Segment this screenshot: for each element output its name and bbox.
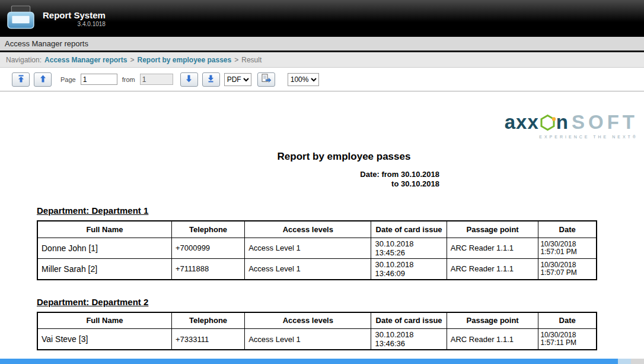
next-page-button[interactable] bbox=[180, 72, 198, 87]
subheader-title: Access Manager reports bbox=[5, 39, 88, 48]
department-heading: Department: Department 2 bbox=[37, 297, 597, 307]
logo-text-n: n bbox=[556, 112, 569, 133]
column-header: Date bbox=[538, 221, 597, 238]
last-page-icon bbox=[207, 75, 215, 84]
column-header: Passage point bbox=[447, 312, 538, 329]
scrollbar-thumb[interactable] bbox=[0, 359, 618, 364]
first-page-button[interactable] bbox=[12, 72, 30, 87]
app-version: 3.4.0.1018 bbox=[78, 21, 106, 27]
column-header: Full Name bbox=[37, 221, 171, 238]
breadcrumb: Navigation: Access Manager reports > Rep… bbox=[0, 52, 644, 68]
report-date-from: Date: from 30.10.2018 bbox=[0, 170, 439, 179]
table-header-row: Full NameTelephoneAccess levelsDate of c… bbox=[37, 221, 597, 238]
table-cell: 30.10.2018 13:45:26 bbox=[371, 238, 447, 258]
table-cell: 10/30/20181:57:11 PM bbox=[538, 329, 597, 350]
table-row: Miller Sarah [2]+7111888Access Level 130… bbox=[37, 258, 597, 280]
zoom-select[interactable]: 100% bbox=[288, 73, 319, 86]
report-page: axx n SOFT EXPERIENCE THE NEXT® Report b… bbox=[0, 112, 644, 350]
department-heading: Department: Department 1 bbox=[37, 205, 597, 216]
table-cell: 30.10.2018 13:46:36 bbox=[371, 329, 447, 350]
first-page-icon bbox=[17, 75, 25, 84]
app-title: Report System bbox=[43, 10, 106, 20]
report-title: Report by employee passes bbox=[0, 151, 644, 163]
table-cell: +7000999 bbox=[171, 238, 244, 258]
scrollbar-corner bbox=[631, 359, 644, 364]
breadcrumb-separator: > bbox=[130, 56, 134, 64]
column-header: Telephone bbox=[171, 312, 244, 329]
table-cell: Donne John [1] bbox=[37, 238, 171, 258]
table-cell: Access Level 1 bbox=[245, 329, 371, 350]
table-cell: +7333111 bbox=[171, 329, 244, 350]
breadcrumb-link-report-by-employee-passes[interactable]: Report by employee passes bbox=[137, 56, 231, 64]
report-viewport: axx n SOFT EXPERIENCE THE NEXT® Report b… bbox=[0, 91, 644, 356]
previous-page-icon bbox=[39, 75, 47, 84]
breadcrumb-separator: > bbox=[234, 56, 238, 64]
table-row: Vai Steve [3]+7333111Access Level 130.10… bbox=[37, 329, 597, 350]
table-cell: Vai Steve [3] bbox=[37, 329, 171, 350]
breadcrumb-label: Navigation: bbox=[6, 56, 42, 64]
table-cell: ARC Reader 1.1.1 bbox=[447, 258, 538, 280]
table-cell: ARC Reader 1.1.1 bbox=[447, 329, 538, 350]
subheader: Access Manager reports bbox=[0, 37, 644, 52]
report-sections: Department: Department 1Full NameTelepho… bbox=[0, 205, 644, 350]
logo-tagline: EXPERIENCE THE NEXT® bbox=[539, 135, 638, 139]
report-table: Full NameTelephoneAccess levelsDate of c… bbox=[37, 220, 597, 280]
page-label: Page bbox=[60, 76, 76, 83]
column-header: Access levels bbox=[245, 312, 371, 329]
column-header: Passage point bbox=[447, 221, 538, 238]
next-page-icon bbox=[185, 75, 193, 84]
breadcrumb-current: Result bbox=[241, 56, 262, 64]
page-number-input[interactable] bbox=[81, 74, 117, 85]
report-toolbar: Page from PDF 100% bbox=[0, 68, 644, 91]
report-date-to: to 30.10.2018 bbox=[0, 179, 439, 189]
report-section: Department: Department 1Full NameTelepho… bbox=[37, 205, 597, 280]
table-row: Donne John [1]+7000999Access Level 130.1… bbox=[37, 238, 597, 258]
app-title-block: Report System 3.4.0.1018 bbox=[43, 10, 106, 27]
column-header: Date of card issue bbox=[371, 221, 447, 238]
hexagon-o-icon bbox=[540, 114, 556, 131]
horizontal-scrollbar[interactable] bbox=[0, 359, 644, 364]
logo-text-soft: SOFT bbox=[572, 112, 638, 133]
column-header: Date bbox=[538, 312, 597, 329]
format-select[interactable]: PDF bbox=[224, 73, 251, 86]
column-header: Access levels bbox=[245, 221, 371, 238]
table-cell: +7111888 bbox=[171, 258, 244, 280]
report-date-range: Date: from 30.10.2018 to 30.10.2018 bbox=[0, 170, 439, 189]
export-button[interactable] bbox=[257, 72, 275, 87]
from-label: from bbox=[122, 76, 135, 83]
last-page-button[interactable] bbox=[202, 72, 220, 87]
table-header-row: Full NameTelephoneAccess levelsDate of c… bbox=[37, 312, 597, 329]
previous-page-button[interactable] bbox=[34, 72, 52, 87]
page-total-input bbox=[140, 74, 173, 85]
table-cell: 10/30/20181:57:07 PM bbox=[538, 258, 597, 280]
logo-text-axx: axx bbox=[505, 112, 539, 133]
column-header: Telephone bbox=[171, 221, 244, 238]
app-header: Report System 3.4.0.1018 bbox=[0, 0, 644, 37]
report-section: Department: Department 2Full NameTelepho… bbox=[37, 297, 597, 351]
column-header: Full Name bbox=[37, 312, 171, 329]
report-table: Full NameTelephoneAccess levelsDate of c… bbox=[37, 312, 597, 351]
column-header: Date of card issue bbox=[371, 312, 447, 329]
report-system-logo-icon bbox=[6, 5, 36, 32]
table-cell: 30.10.2018 13:46:09 bbox=[371, 258, 447, 280]
axxonsoft-wordmark: axx n SOFT bbox=[505, 112, 638, 133]
table-cell: Access Level 1 bbox=[245, 238, 371, 258]
table-cell: 10/30/20181:57:01 PM bbox=[538, 238, 597, 258]
table-cell: ARC Reader 1.1.1 bbox=[447, 238, 538, 258]
table-cell: Access Level 1 bbox=[245, 258, 371, 280]
axxonsoft-logo: axx n SOFT EXPERIENCE THE NEXT® bbox=[0, 112, 638, 139]
table-cell: Miller Sarah [2] bbox=[37, 258, 171, 280]
export-report-icon bbox=[261, 74, 272, 85]
breadcrumb-link-access-manager-reports[interactable]: Access Manager reports bbox=[44, 56, 127, 64]
